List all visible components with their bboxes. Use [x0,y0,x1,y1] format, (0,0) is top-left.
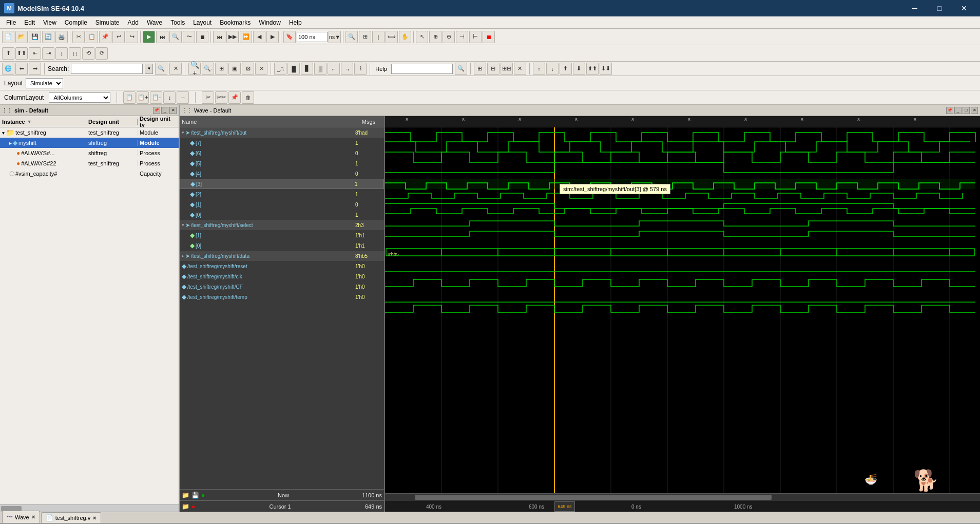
wave-shape2[interactable]: █ [287,63,300,75]
wave-fit-btn[interactable]: ⊞ [359,31,371,43]
undo-btn[interactable]: ↩ [112,31,125,43]
signal-bit4[interactable]: ◆ [4] 0 [180,169,384,179]
wave-shape5[interactable]: ⌐ [328,63,340,75]
arr-btn4[interactable]: ⬇ [573,63,585,75]
search-dropdown[interactable]: ▼ [145,64,153,74]
t2-btn6[interactable]: ↕↕ [69,47,81,60]
maximize-button[interactable]: □ [928,0,951,16]
layout-select[interactable]: Simulate [26,78,63,88]
wave-close-btn[interactable]: ✕ [971,107,978,114]
search-go-btn[interactable]: 🔍 [155,63,167,75]
t2-btn7[interactable]: ⟲ [82,47,94,60]
tree-row-myshift[interactable]: ▸ ◆ myshift shiftreg Module [0,138,179,148]
search-t-btn3[interactable]: ➡ [29,63,41,75]
menu-bookmarks[interactable]: Bookmarks [216,18,255,27]
step-btn[interactable]: ⏭ [156,31,168,43]
menu-window[interactable]: Window [255,18,285,27]
sim-min-btn[interactable]: _ [161,107,168,114]
expand-test_shiftreg[interactable]: ▾ [2,130,5,136]
t2-btn8[interactable]: ⟳ [95,47,108,60]
zoom-in-btn[interactable]: ⊕ [429,31,441,43]
minimize-button[interactable]: ─ [903,0,927,16]
signal-reset[interactable]: ◆ /test_shiftreg/myshift/reset 1'h0 [180,261,384,271]
sim-pin-btn[interactable]: 📌 [153,107,160,114]
close-button[interactable]: ✕ [952,0,976,16]
stop-btn[interactable]: ⏹ [196,31,208,43]
cl-btn3[interactable]: 📋- [150,91,162,104]
signal-bit6[interactable]: ◆ [6] 0 [180,148,384,158]
signal-bit5[interactable]: ◆ [5] 1 [180,158,384,169]
shiftreg-tab-close[interactable]: ✕ [92,515,97,521]
menu-edit[interactable]: Edit [20,18,39,27]
signal-select-group[interactable]: ▾ ➤ /test_shiftreg/myshift/select 2h3 [180,220,384,230]
tree-row-vsim[interactable]: ⬡ #vsim_capacity# Capacity [0,169,179,179]
copy-btn[interactable]: 📋 [86,31,98,43]
wave-pin-btn[interactable]: 📌 [946,107,953,114]
arr-btn5[interactable]: ⬆⬆ [586,63,599,75]
menu-add[interactable]: Add [124,18,143,27]
zoom-full-s[interactable]: ⊞ [215,63,227,75]
menu-layout[interactable]: Layout [189,18,216,27]
t2-btn5[interactable]: ↕ [55,47,68,60]
zoom-out-btn[interactable]: ⊖ [443,31,455,43]
help-input[interactable] [391,64,453,74]
expand-out-icon[interactable]: ▾ [182,130,184,135]
cl-btn2[interactable]: 📋+ [137,91,149,104]
wave-shape6[interactable]: ¬ [341,63,353,75]
back-btn[interactable]: ◀ [253,31,265,43]
prev-edge-btn[interactable]: ⊣ [456,31,468,43]
bookmark-btn[interactable]: 🔖 [283,31,296,43]
find-btn[interactable]: 🔍 [169,31,182,43]
signal-out-group[interactable]: ▾ ➤ /test_shiftreg/myshift/out 8'had [180,127,384,138]
run-all-btn[interactable]: ▶▶ [226,31,239,43]
nav-btn2[interactable]: ⊟ [487,63,499,75]
wave-tab-close[interactable]: ✕ [31,514,35,520]
cl-btn1[interactable]: 📋 [123,91,136,104]
wave-shape4[interactable]: ▒ [314,63,326,75]
tab-shiftreg[interactable]: 📄 test_shiftreg.v ✕ [41,512,101,523]
search-input[interactable] [71,64,143,74]
menu-tools[interactable]: Tools [166,18,189,27]
menu-compile[interactable]: Compile [61,18,91,27]
save-btn[interactable]: 💾 [29,31,41,43]
zoom-out-s[interactable]: 🔍- [202,63,214,75]
t2-btn4[interactable]: ⇥ [42,47,54,60]
menu-help[interactable]: Help [285,18,306,27]
zoom-sel-s[interactable]: ▣ [228,63,241,75]
search-clear-btn[interactable]: ✕ [169,63,182,75]
signal-temp[interactable]: ◆ /test_shiftreg/myshift/temp 1'h0 [180,292,384,302]
zoom-in-s[interactable]: 🔍+ [188,63,201,75]
nav-btn3[interactable]: ⊞⊟ [501,63,513,75]
search-t-btn1[interactable]: 🌐 [2,63,14,75]
time-input[interactable] [297,32,328,42]
wave-max-btn[interactable]: □ [963,107,970,114]
menu-simulate[interactable]: Simulate [91,18,124,27]
expand-myshift[interactable]: ▸ [9,140,12,146]
refresh-btn[interactable]: 🔄 [42,31,54,43]
arr-btn2[interactable]: ↓ [546,63,559,75]
zoom-fit-s[interactable]: ⊠ [242,63,254,75]
tab-wave[interactable]: 〜 Wave ✕ [2,511,40,523]
signal-sel1[interactable]: ◆ [1] 1'h1 [180,230,384,240]
next-edge-btn[interactable]: ⊢ [469,31,482,43]
signal-bit3[interactable]: ◆ [3] 1 [180,179,384,189]
cl-btn4[interactable]: ↕ [163,91,176,104]
signal-cf[interactable]: ◆ /test_shiftreg/myshift/CF 1'h0 [180,282,384,292]
cl-del-btn[interactable]: 🗑 [242,91,254,104]
wave-hscrollbar[interactable] [385,493,980,500]
open-btn[interactable]: 📂 [15,31,28,43]
menu-file[interactable]: File [2,18,20,27]
fwd-btn[interactable]: ▶ [266,31,279,43]
t2-btn1[interactable]: ⬆ [2,47,14,60]
print-btn[interactable]: 🖨️ [55,31,68,43]
sim-scroll-thumb[interactable] [1,506,22,511]
nav-btn4[interactable]: ✕ [514,63,526,75]
expand-data-icon[interactable]: ▸ [182,253,184,258]
nav-btn1[interactable]: ⊞ [474,63,486,75]
cl-paste-btn[interactable]: 📌 [228,91,241,104]
signal-bit7[interactable]: ◆ [7] 1 [180,138,384,148]
t2-btn3[interactable]: ⇤ [29,47,41,60]
run-btn[interactable]: ▶ [143,31,155,43]
cl-cut-btn[interactable]: ✂ [202,91,214,104]
arr-btn6[interactable]: ⬇⬇ [600,63,612,75]
